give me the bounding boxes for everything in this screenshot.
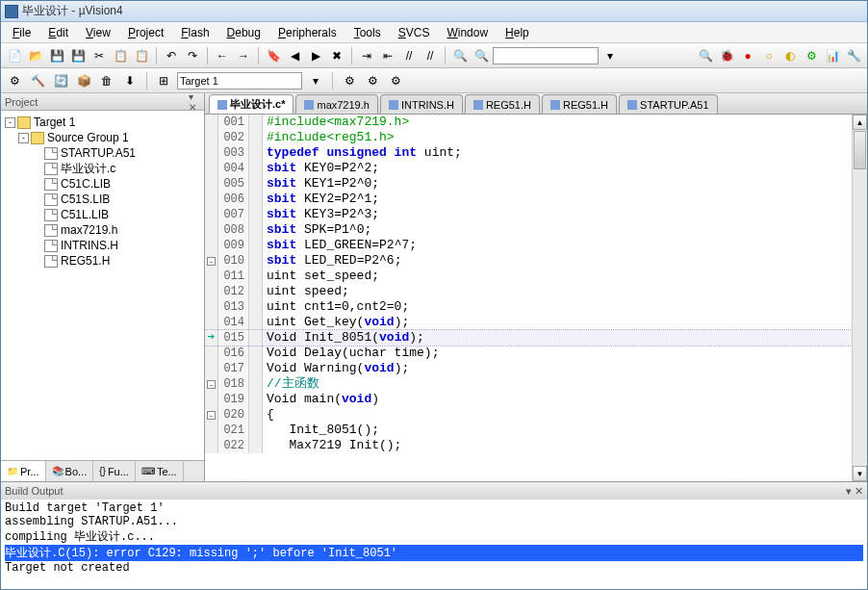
cut-icon[interactable]: ✂ <box>89 46 109 65</box>
tree-expander-icon[interactable]: - <box>5 117 15 128</box>
editor-tab[interactable]: 毕业设计.c* <box>209 94 294 114</box>
disable-bp-icon[interactable]: ◐ <box>780 46 800 65</box>
build-output-line[interactable]: assembling STARTUP.A51... <box>5 515 863 528</box>
build-output-text[interactable]: Build target 'Target 1'assembling STARTU… <box>1 500 867 589</box>
build-icon[interactable]: 🔨 <box>28 71 47 90</box>
code-line[interactable]: 006sbit KEY2=P2^1; <box>205 192 852 207</box>
code-line[interactable]: 019Void main(void) <box>205 392 852 407</box>
bookmark-clear-icon[interactable]: ✖ <box>327 46 346 65</box>
code-line[interactable]: 013uint cnt1=0,cnt2=0; <box>205 299 852 315</box>
panel-close-icon[interactable]: ▾ ✕ <box>189 96 200 108</box>
build-output-line[interactable]: Target not created <box>5 561 863 575</box>
tree-expander-icon[interactable]: - <box>18 133 29 143</box>
gutter[interactable] <box>205 346 218 361</box>
gutter[interactable] <box>205 423 218 438</box>
gutter[interactable] <box>205 207 218 222</box>
gutter[interactable] <box>205 130 218 145</box>
bookmark-prev-icon[interactable]: ◀ <box>285 46 304 65</box>
code-editor[interactable]: 001#include<max7219.h>002#include<reg51.… <box>205 115 852 481</box>
find-icon[interactable]: 🔍 <box>472 46 491 65</box>
comment-icon[interactable]: // <box>399 46 419 65</box>
tree-file[interactable]: INTRINS.H <box>3 238 202 253</box>
build-output-line[interactable]: Build target 'Target 1' <box>5 501 863 515</box>
menu-tools[interactable]: Tools <box>346 24 389 41</box>
code-text[interactable]: #include<max7219.h> <box>263 115 409 130</box>
menu-peripherals[interactable]: Peripherals <box>270 24 345 41</box>
gutter[interactable]: ➔ <box>205 330 218 346</box>
tree-file[interactable]: C51S.LIB <box>3 192 202 207</box>
tree-file[interactable]: C51C.LIB <box>3 176 202 192</box>
indent-icon[interactable]: ⇥ <box>357 46 376 65</box>
code-line[interactable]: -010sbit LED_RED=P2^6; <box>205 253 852 269</box>
code-line[interactable]: ➔015Void Init_8051(void); <box>205 330 852 346</box>
code-line[interactable]: -018//主函数 <box>205 376 852 392</box>
code-text[interactable]: Void Warning(void); <box>263 361 409 376</box>
copy-icon[interactable]: 📋 <box>111 46 130 65</box>
code-line[interactable]: 007sbit KEY3=P2^3; <box>205 207 852 222</box>
save-all-icon[interactable]: 💾 <box>68 46 88 65</box>
menu-window[interactable]: Window <box>439 24 496 41</box>
code-line[interactable]: 004sbit KEY0=P2^2; <box>205 161 852 176</box>
debug-icon[interactable]: 🐞 <box>717 46 736 65</box>
code-text[interactable]: sbit KEY1=P2^0; <box>263 176 379 192</box>
undo-icon[interactable]: ↶ <box>162 46 181 65</box>
bookmark-icon[interactable]: 🔖 <box>264 46 283 65</box>
panel-tab[interactable]: ⌨Te... <box>136 461 184 481</box>
options-icon[interactable]: ⚙ <box>340 71 359 90</box>
breakpoint-icon[interactable]: ● <box>738 46 757 65</box>
panel-close-icon[interactable]: ▾ ✕ <box>846 485 863 498</box>
build-output-line[interactable]: compiling 毕业设计.c... <box>5 528 863 545</box>
code-text[interactable]: sbit LED_RED=P2^6; <box>263 253 401 269</box>
scroll-down-icon[interactable]: ▼ <box>853 466 867 481</box>
gutter[interactable] <box>205 284 218 299</box>
redo-icon[interactable]: ↷ <box>183 46 202 65</box>
menu-debug[interactable]: Debug <box>219 24 268 41</box>
paste-icon[interactable]: 📋 <box>132 46 151 65</box>
gutter[interactable] <box>205 115 218 130</box>
gutter[interactable]: - <box>205 376 218 392</box>
find-dropdown-icon[interactable]: ▾ <box>600 46 620 65</box>
menu-project[interactable]: Project <box>120 24 171 41</box>
code-text[interactable]: uint Get_key(void); <box>263 315 409 330</box>
panel-tab[interactable]: 📁Pr... <box>1 461 46 481</box>
tree-file[interactable]: C51L.LIB <box>3 207 202 222</box>
code-line[interactable]: -020{ <box>205 407 852 423</box>
tree-file[interactable]: REG51.H <box>3 253 202 269</box>
code-text[interactable]: Void main(void) <box>263 392 379 407</box>
code-line[interactable]: 008sbit SPK=P1^0; <box>205 222 852 238</box>
code-text[interactable]: typedef unsigned int uint; <box>263 145 462 161</box>
gutter[interactable] <box>205 299 218 315</box>
code-text[interactable]: //主函数 <box>263 376 319 392</box>
gutter[interactable] <box>205 192 218 207</box>
gutter[interactable] <box>205 176 218 192</box>
panel-tab[interactable]: 📚Bo... <box>46 461 94 481</box>
code-line[interactable]: 011uint set_speed; <box>205 269 852 284</box>
code-line[interactable]: 021 Init_8051(); <box>205 423 852 438</box>
gutter[interactable] <box>205 361 218 376</box>
editor-scrollbar[interactable]: ▲ ▼ <box>852 115 867 481</box>
scroll-thumb[interactable] <box>854 131 866 169</box>
code-text[interactable]: Void Delay(uchar time); <box>263 346 439 361</box>
configure-icon[interactable]: 📊 <box>823 46 842 65</box>
bookmark-next-icon[interactable]: ▶ <box>306 46 325 65</box>
load-icon[interactable]: ⊞ <box>154 71 173 90</box>
gutter[interactable] <box>205 269 218 284</box>
editor-tab[interactable]: max7219.h <box>295 94 377 114</box>
code-line[interactable]: 012uint speed; <box>205 284 852 299</box>
code-text[interactable]: sbit KEY2=P2^1; <box>263 192 379 207</box>
code-line[interactable]: 017Void Warning(void); <box>205 361 852 376</box>
build-file-icon[interactable]: ⚙ <box>5 71 24 90</box>
scroll-up-icon[interactable]: ▲ <box>853 115 867 130</box>
tree-file[interactable]: max7219.h <box>3 222 202 238</box>
code-text[interactable]: uint cnt1=0,cnt2=0; <box>263 299 409 315</box>
panel-tab[interactable]: {}Fu... <box>93 461 136 481</box>
menu-edit[interactable]: Edit <box>40 24 76 41</box>
outdent-icon[interactable]: ⇤ <box>378 46 397 65</box>
code-text[interactable]: sbit SPK=P1^0; <box>263 222 371 238</box>
code-text[interactable]: sbit KEY0=P2^2; <box>263 161 379 176</box>
target-select[interactable] <box>177 72 302 90</box>
kill-bp-icon[interactable]: ○ <box>759 46 779 65</box>
new-file-icon[interactable]: 📄 <box>5 46 24 65</box>
editor-tab[interactable]: INTRINS.H <box>380 94 463 114</box>
tree-target[interactable]: -Target 1 <box>3 115 202 130</box>
